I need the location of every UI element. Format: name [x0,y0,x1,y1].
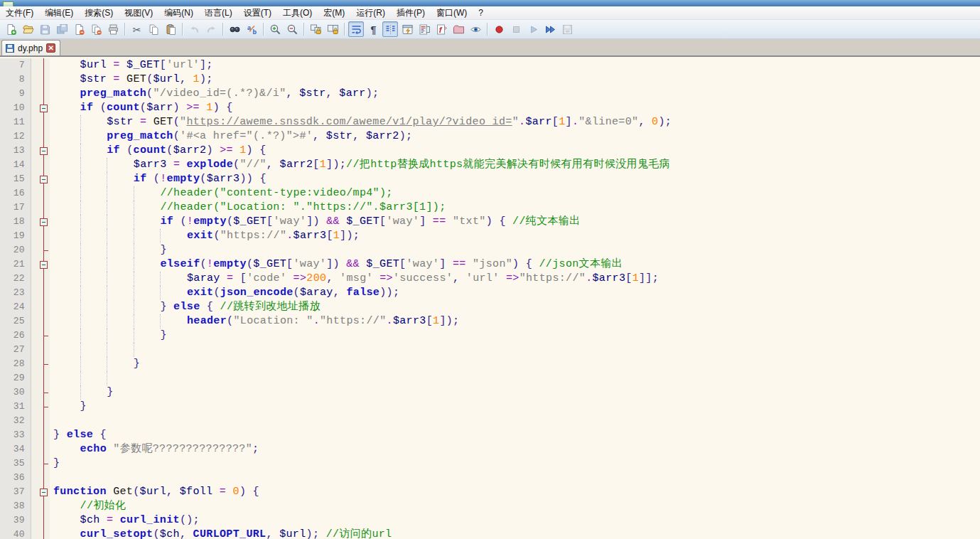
line-number[interactable]: 33 [0,428,31,442]
redo-icon[interactable] [203,21,219,37]
code-text[interactable]: } [50,329,167,343]
code-text[interactable]: if (!empty($arr3)) { [50,172,266,186]
code-text[interactable]: $str = GET("https://aweme.snssdk.com/awe… [50,115,672,129]
line-number[interactable]: 26 [0,329,31,343]
code-text[interactable]: if (!empty($_GET['way']) && $_GET['way']… [50,215,581,229]
line-number[interactable]: 17 [0,201,31,215]
code-text[interactable]: } [50,400,87,414]
function-list-icon[interactable]: f [434,21,449,37]
code-text[interactable]: elseif(!empty($_GET['way']) && $_GET['wa… [50,257,623,272]
code-text[interactable]: echo "参数呢??????????????"; [50,442,259,457]
line-number[interactable]: 8 [0,73,31,87]
show-all-chars-icon[interactable]: ¶ [365,21,381,37]
code-text[interactable]: $aray = ['code' =>200, 'msg' =>'success'… [50,272,659,286]
menu-item-settings[interactable]: 设置(T) [238,6,277,21]
line-number[interactable]: 28 [0,357,31,371]
replace-icon[interactable]: ab [244,21,259,37]
macro-stop-icon[interactable] [508,21,524,37]
code-text[interactable]: $ch = curl_init(); [50,513,200,528]
paste-icon[interactable] [163,21,178,37]
line-number[interactable]: 35 [0,457,31,471]
line-number[interactable]: 21 [0,257,31,272]
menu-item-run[interactable]: 运行(R) [350,6,391,21]
fold-collapse-icon[interactable] [40,489,48,496]
menu-item-edit[interactable]: 编辑(E) [39,6,79,21]
close-file-icon[interactable] [71,21,87,37]
menu-item-language[interactable]: 语言(L) [199,6,238,21]
menu-item-file[interactable]: 文件(F) [0,6,39,21]
new-file-icon[interactable] [3,21,18,37]
indent-guide-icon[interactable] [382,21,398,37]
code-text[interactable]: preg_match("/video_id=(.*?)&/i", $str, $… [50,87,379,101]
menu-item-window[interactable]: 窗口(W) [431,6,473,21]
close-all-icon[interactable] [88,21,104,37]
line-number[interactable]: 19 [0,229,31,243]
code-text[interactable] [50,371,134,385]
fold-collapse-icon[interactable] [40,105,48,112]
macro-play-icon[interactable] [525,21,541,37]
line-number[interactable]: 25 [0,314,31,329]
line-number[interactable]: 23 [0,286,31,300]
line-number[interactable]: 13 [0,144,31,158]
menu-item-help[interactable]: ? [473,6,489,19]
macro-record-icon[interactable] [491,21,507,37]
print-icon[interactable] [105,21,121,37]
line-number[interactable]: 7 [0,58,31,73]
code-text[interactable]: preg_match('#<a href="(.*?)">#', $str, $… [50,129,412,144]
code-text[interactable]: } [50,457,60,471]
line-number[interactable]: 9 [0,87,31,101]
line-number[interactable]: 36 [0,471,31,485]
menu-item-encoding[interactable]: 编码(N) [158,6,199,21]
code-text[interactable]: exit("https://".$arr3[1]); [50,229,360,243]
line-number[interactable]: 40 [0,528,31,539]
line-number[interactable]: 24 [0,300,31,314]
define-language-icon[interactable] [399,21,415,37]
fold-margin[interactable] [31,485,50,499]
line-number[interactable]: 16 [0,186,31,201]
sync-horizontal-icon[interactable] [325,21,340,37]
fold-collapse-icon[interactable] [40,147,48,155]
code-text[interactable]: } [50,243,167,257]
line-number[interactable]: 38 [0,499,31,513]
line-number[interactable]: 37 [0,485,31,499]
copy-icon[interactable] [146,21,161,37]
save-file-icon[interactable] [37,21,53,37]
undo-icon[interactable] [186,21,202,37]
line-number[interactable]: 34 [0,442,31,457]
zoom-out-icon[interactable] [284,21,300,37]
code-text[interactable]: $url = $_GET['url']; [50,58,213,73]
open-file-icon[interactable] [20,21,36,37]
line-number[interactable]: 15 [0,172,31,186]
line-number[interactable]: 18 [0,215,31,229]
line-number[interactable]: 31 [0,400,31,414]
line-number[interactable]: 10 [0,101,31,115]
menu-item-tools[interactable]: 工具(O) [277,6,318,21]
line-number[interactable]: 32 [0,414,31,428]
document-map-icon[interactable] [416,21,432,37]
code-text[interactable] [50,414,80,428]
word-wrap-icon[interactable] [348,21,364,37]
code-text[interactable]: if (count($arr) >= 1) { [50,101,233,115]
code-text[interactable]: header("Location: "."https://".$arr3[1])… [50,314,459,329]
menu-item-view[interactable]: 视图(V) [119,6,158,21]
code-text[interactable]: //header("content-type:video/mp4"); [50,186,393,201]
code-text[interactable]: } else { //跳转到改地址播放 [50,300,321,314]
zoom-in-icon[interactable] [267,21,283,37]
save-all-icon[interactable] [54,21,70,37]
code-text[interactable]: //header("Location: "."https://".$arr3[1… [50,201,446,215]
line-number[interactable]: 30 [0,385,31,400]
line-number[interactable]: 27 [0,343,31,357]
line-number[interactable]: 20 [0,243,31,257]
cut-icon[interactable]: ✂ [129,21,144,37]
line-number[interactable]: 29 [0,371,31,385]
monitoring-icon[interactable] [468,21,483,37]
code-text[interactable]: } [50,357,140,371]
code-text[interactable]: function Get($url, $foll = 0) { [50,485,259,499]
menu-item-macro[interactable]: 宏(M) [318,6,350,21]
macro-save-icon[interactable] [559,21,575,37]
line-number[interactable]: 14 [0,158,31,172]
line-number[interactable]: 39 [0,513,31,528]
folder-workspace-icon[interactable] [451,21,466,37]
tab-dy-php[interactable]: dy.php ✕ [1,40,60,55]
fold-margin[interactable] [31,257,50,272]
